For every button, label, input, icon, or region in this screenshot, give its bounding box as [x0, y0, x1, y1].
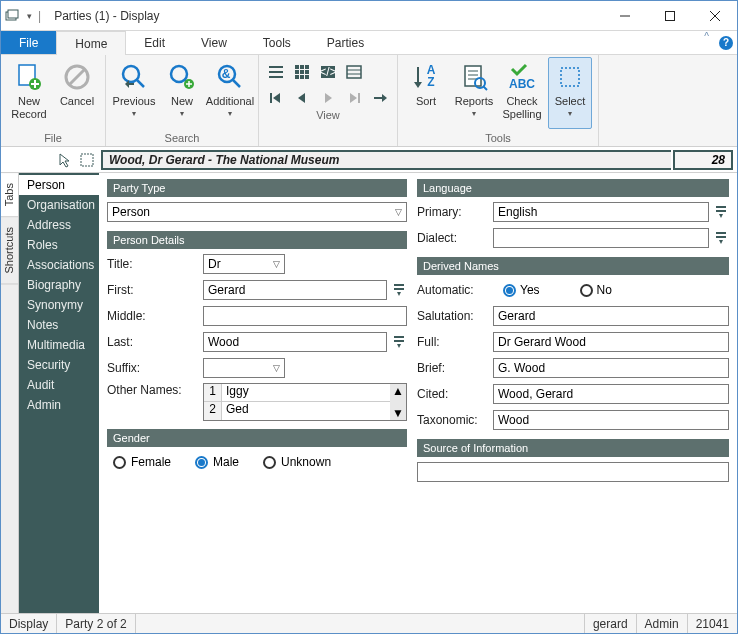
- svg-marker-48: [414, 82, 422, 88]
- nav-item-audit[interactable]: Audit: [19, 375, 99, 395]
- svg-text:&: &: [222, 67, 231, 81]
- dialect-lookup-icon[interactable]: [713, 228, 729, 248]
- brief-label: Brief:: [417, 361, 489, 375]
- nav-item-security[interactable]: Security: [19, 355, 99, 375]
- nav-item-address[interactable]: Address: [19, 215, 99, 235]
- view-tab[interactable]: View: [183, 31, 245, 54]
- nav-item-multimedia[interactable]: Multimedia: [19, 335, 99, 355]
- view-contact-icon[interactable]: [291, 61, 313, 83]
- salutation-field[interactable]: [493, 306, 729, 326]
- other-names-label: Other Names:: [107, 383, 199, 397]
- close-button[interactable]: [692, 1, 737, 30]
- cited-field[interactable]: [493, 384, 729, 404]
- maximize-button[interactable]: [647, 1, 692, 30]
- new-record-button[interactable]: New Record: [7, 57, 51, 129]
- svg-rect-3: [665, 11, 674, 20]
- view-page-icon[interactable]: </>: [317, 61, 339, 83]
- svg-rect-28: [300, 65, 304, 69]
- view-list-icon[interactable]: [265, 61, 287, 83]
- svg-line-13: [137, 80, 144, 87]
- last-field[interactable]: [203, 332, 387, 352]
- svg-rect-51: [465, 66, 481, 86]
- nav-item-person[interactable]: Person: [19, 175, 99, 195]
- first-lookup-icon[interactable]: [391, 280, 407, 300]
- suffix-combo[interactable]: ▽: [203, 358, 285, 378]
- dialect-field[interactable]: [493, 228, 709, 248]
- cancel-button[interactable]: Cancel: [55, 57, 99, 129]
- last-lookup-icon[interactable]: [391, 332, 407, 352]
- svg-rect-25: [295, 65, 299, 69]
- previous-search-button[interactable]: Previous▾: [112, 57, 156, 129]
- list-scrollbar[interactable]: ▲▼: [390, 384, 406, 420]
- nav-item-synonymy[interactable]: Synonymy: [19, 295, 99, 315]
- ribbon-group-view: </> View: [259, 55, 398, 146]
- primary-lookup-icon[interactable]: [713, 202, 729, 222]
- ribbon-group-search-label: Search: [112, 132, 252, 146]
- party-type-combo[interactable]: Person ▽: [107, 202, 407, 222]
- svg-marker-40: [273, 93, 280, 103]
- sort-button[interactable]: AZ Sort: [404, 57, 448, 129]
- tools-tab[interactable]: Tools: [245, 31, 309, 54]
- full-field[interactable]: [493, 332, 729, 352]
- nav-item-associations[interactable]: Associations: [19, 255, 99, 275]
- title-bar: ▾ | Parties (1) - Display: [1, 1, 737, 31]
- status-bar: Display Party 2 of 2 gerard Admin 21041: [1, 613, 737, 633]
- file-tab[interactable]: File: [1, 31, 56, 54]
- nav-item-biography[interactable]: Biography: [19, 275, 99, 295]
- nav-goto-icon[interactable]: [369, 87, 391, 109]
- section-party-type: Party Type: [107, 179, 407, 197]
- reports-button[interactable]: Reports▾: [452, 57, 496, 129]
- svg-point-14: [171, 66, 187, 82]
- ribbon-collapse-icon[interactable]: ^: [698, 31, 715, 54]
- nav-item-notes[interactable]: Notes: [19, 315, 99, 335]
- suffix-label: Suffix:: [107, 361, 199, 375]
- home-tab[interactable]: Home: [56, 31, 126, 55]
- nav-item-roles[interactable]: Roles: [19, 235, 99, 255]
- svg-rect-30: [300, 75, 304, 79]
- nav-prev-icon[interactable]: [291, 87, 313, 109]
- middle-field[interactable]: [203, 306, 407, 326]
- last-label: Last:: [107, 335, 199, 349]
- view-details-icon[interactable]: [343, 61, 365, 83]
- ribbon: New Record Cancel File Previous▾ New▾ & …: [1, 55, 737, 147]
- edit-tab[interactable]: Edit: [126, 31, 183, 54]
- select-button[interactable]: Select▾: [548, 57, 592, 129]
- check-spelling-button[interactable]: ABC Check Spelling: [500, 57, 544, 129]
- list-item[interactable]: 2Ged: [204, 402, 390, 420]
- middle-label: Middle:: [107, 309, 199, 323]
- parties-tab[interactable]: Parties: [309, 31, 382, 54]
- ribbon-group-tools: AZ Sort Reports▾ ABC Check Spelling Sele…: [398, 55, 599, 146]
- brief-field[interactable]: [493, 358, 729, 378]
- first-field[interactable]: [203, 280, 387, 300]
- qat-dropdown-icon[interactable]: ▾: [27, 11, 32, 21]
- taxonomic-field[interactable]: [493, 410, 729, 430]
- primary-field[interactable]: [493, 202, 709, 222]
- svg-rect-27: [295, 75, 299, 79]
- svg-rect-36: [347, 66, 361, 78]
- nav-item-organisation[interactable]: Organisation: [19, 195, 99, 215]
- gender-unknown[interactable]: Unknown: [263, 455, 331, 469]
- other-names-list[interactable]: 1Iggy 2Ged ▲▼: [203, 383, 407, 421]
- selection-icon[interactable]: [79, 152, 95, 168]
- nav-next-icon[interactable]: [317, 87, 339, 109]
- minimize-button[interactable]: [602, 1, 647, 30]
- pointer-icon[interactable]: [57, 152, 73, 168]
- additional-search-button[interactable]: & Additional▾: [208, 57, 252, 129]
- title-combo[interactable]: Dr▽: [203, 254, 285, 274]
- side-tab-tabs[interactable]: Tabs: [1, 173, 18, 217]
- list-item[interactable]: 1Iggy: [204, 384, 390, 402]
- svg-line-11: [69, 69, 85, 85]
- gender-male[interactable]: Male: [195, 455, 239, 469]
- svg-marker-63: [397, 292, 401, 296]
- new-search-button[interactable]: New▾: [160, 57, 204, 129]
- nav-item-admin[interactable]: Admin: [19, 395, 99, 415]
- nav-last-icon[interactable]: [343, 87, 365, 109]
- help-button[interactable]: ?: [715, 31, 737, 54]
- automatic-no[interactable]: No: [580, 283, 612, 297]
- automatic-yes[interactable]: Yes: [503, 283, 540, 297]
- source-field[interactable]: [417, 462, 729, 482]
- nav-first-icon[interactable]: [265, 87, 287, 109]
- svg-rect-32: [305, 70, 309, 74]
- gender-female[interactable]: Female: [113, 455, 171, 469]
- side-tab-shortcuts[interactable]: Shortcuts: [1, 217, 18, 284]
